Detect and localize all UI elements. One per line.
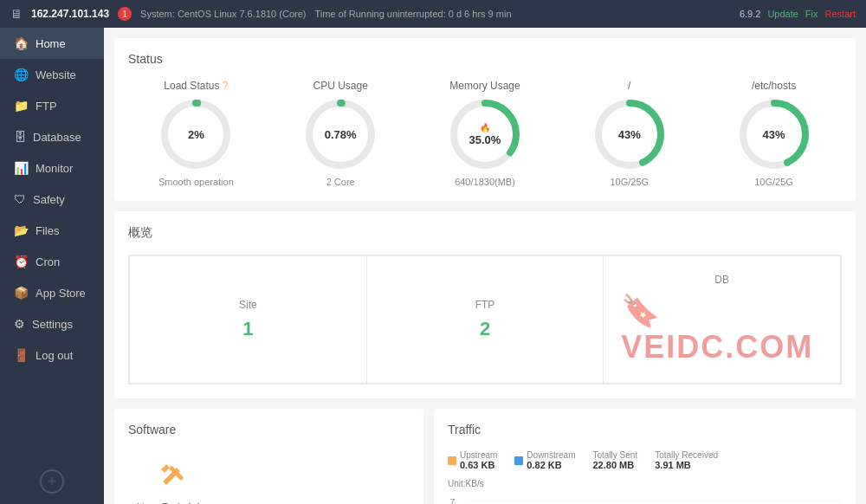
legend-received: Totally Received 3.91 MB [655,450,718,470]
topbar-uptime: Time of Running uninterrupted: 0 d 6 hrs… [314,9,511,19]
appstore-icon: 📦 [14,286,29,300]
overview-ftp: FTP 2 [366,255,604,384]
disk-root-sublabel: 10G/25G [610,177,649,187]
add-button[interactable]: + [40,469,64,494]
software-section: Software Linux Tools 1.4 ▶ [114,409,423,504]
overview-section: 概览 Site 1 FTP 2 DB 🔖VEIDC.COM [114,211,856,398]
status-disk-etc-label: /etc/hosts [752,80,796,92]
overview-ftp-label: FTP [475,299,495,311]
status-disk-root-label: / [628,80,630,92]
status-memory-label: Memory Usage [449,80,520,92]
monitor-nav-icon: 📊 [14,161,29,175]
status-memory: Memory Usage 🔥 35.0% 640/1830(MB) [446,80,524,187]
status-disk-etc: /etc/hosts 43% 10G/25G [735,80,813,187]
sidebar-item-database[interactable]: 🗄 Database [0,121,104,152]
status-cpu: CPU Usage 0.78% 2 Core [301,80,379,187]
fix-link[interactable]: Fix [805,9,818,19]
disk-etc-sublabel: 10G/25G [754,177,793,187]
received-label: Totally Received 3.91 MB [655,450,718,470]
sidebar-label-home: Home [36,37,66,50]
sidebar-label-logout: Log out [36,349,73,362]
sidebar-item-monitor[interactable]: 📊 Monitor [0,152,104,184]
upstream-dot [448,456,456,465]
topbar-system: System: CentOS Linux 7.6.1810 (Core) [140,9,306,19]
wrench-icon [158,459,189,498]
logout-icon: 🚪 [14,348,29,362]
sidebar-label-files: Files [36,224,59,237]
sidebar-item-appstore[interactable]: 📦 App Store [0,277,104,308]
sidebar-item-website[interactable]: 🌐 Website [0,59,104,90]
sidebar-label-website: Website [36,68,76,81]
overview-site: Site 1 [129,255,366,384]
sidebar-item-logout[interactable]: 🚪 Log out [0,339,104,371]
software-list: Linux Tools 1.4 ▶ [128,450,410,504]
sidebar-label-appstore: App Store [36,287,86,300]
status-load: Load Status ? 2% Smooth operation [157,80,235,187]
downstream-dot [514,456,523,465]
sidebar-item-settings[interactable]: ⚙ Settings [0,308,104,339]
topbar-right: 6.9.2 Update Fix Restart [740,9,856,19]
topbar-ip: 162.247.101.143 [31,8,109,20]
overview-db: DB 🔖VEIDC.COM [604,255,841,384]
disk-etc-value: 43% [763,129,785,140]
sidebar-item-ftp[interactable]: 📁 FTP [0,90,104,121]
sidebar-label-database: Database [33,131,81,144]
legend-downstream: Downstream 0.82 KB [514,450,575,470]
cpu-gauge: 0.78% [301,95,379,173]
overview-site-label: Site [239,299,257,311]
sidebar-label-cron: Cron [36,255,60,268]
upstream-label: Upstream 0.63 KB [460,450,497,470]
load-gauge: 2% [157,95,235,173]
bottom-row: Software Linux Tools 1.4 ▶ Traffic [114,409,856,504]
update-link[interactable]: Update [767,9,798,19]
safety-icon: 🛡 [14,192,26,206]
settings-icon: ⚙ [14,317,25,331]
sidebar-item-safety[interactable]: 🛡 Safety [0,184,104,215]
traffic-legend: Upstream 0.63 KB Downstream 0.82 KB [448,450,842,470]
load-value: 2% [188,129,204,140]
cron-icon: ⏰ [14,255,29,268]
disk-root-gauge: 43% [591,95,669,173]
memory-gauge: 🔥 35.0% [446,95,524,173]
database-icon: 🗄 [14,130,26,144]
sidebar-item-home[interactable]: 🏠 Home [0,28,104,59]
disk-root-value: 43% [618,129,641,140]
monitor-icon: 🖥 [10,7,23,21]
memory-sublabel: 640/1830(MB) [455,177,515,187]
topbar: 🖥 162.247.101.143 1 System: CentOS Linux… [0,0,866,28]
topbar-version: 6.9.2 [740,9,760,19]
ftp-icon: 📁 [14,99,29,113]
overview-title: 概览 [128,225,842,241]
sidebar-label-ftp: FTP [36,100,57,113]
unit-label: Unit:KB/s [448,479,842,488]
main-layout: 🏠 Home 🌐 Website 📁 FTP 🗄 Database 📊 Moni… [0,28,866,504]
status-row: Load Status ? 2% Smooth operation CPU Us… [128,80,842,187]
traffic-title: Traffic [448,423,842,436]
overview-db-label: DB [714,274,729,286]
sidebar-label-safety: Safety [33,193,65,206]
software-title: Software [128,423,410,436]
content-area: Status Load Status ? 2% Smooth operation [104,28,866,504]
status-title: Status [128,52,842,66]
traffic-section: Traffic Upstream 0.63 KB Downstream 0 [434,409,856,504]
cpu-value: 0.78% [325,129,357,140]
restart-link[interactable]: Restart [825,9,856,19]
website-icon: 🌐 [14,68,29,81]
sidebar-add-area: + [0,459,104,504]
software-item-linuxtools[interactable]: Linux Tools 1.4 ▶ [128,450,218,504]
load-help-icon[interactable]: ? [223,80,229,92]
legend-sent: Totally Sent 22.80 MB [593,450,638,470]
cpu-sublabel: 2 Core [326,177,355,187]
memory-icon: 🔥 [469,124,501,132]
sidebar-item-files[interactable]: 📂 Files [0,215,104,246]
status-section: Status Load Status ? 2% Smooth operation [114,38,856,201]
disk-etc-gauge: 43% [735,95,813,173]
sidebar-item-cron[interactable]: ⏰ Cron [0,246,104,277]
overview-ftp-value: 2 [480,318,490,340]
traffic-chart: 7 6 5 4 3 2 1 [448,492,842,504]
memory-value: 🔥 35.0% [469,124,501,145]
sidebar-label-settings: Settings [32,318,73,331]
status-disk-root: / 43% 10G/25G [591,80,669,187]
load-sublabel: Smooth operation [158,177,234,187]
topbar-badge: 1 [118,7,132,21]
